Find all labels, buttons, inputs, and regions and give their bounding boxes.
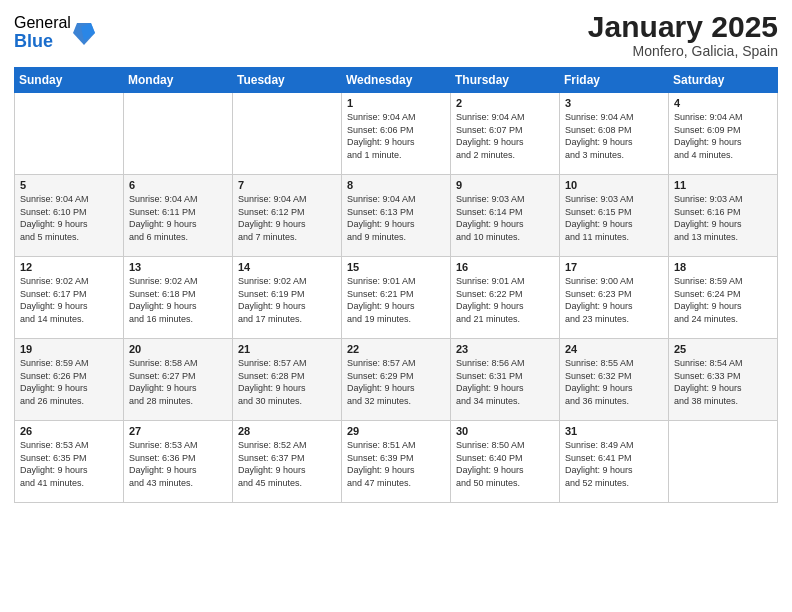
- day-number: 11: [674, 179, 773, 191]
- day-detail: Sunrise: 9:04 AMSunset: 6:13 PMDaylight:…: [347, 193, 446, 243]
- day-cell: 24Sunrise: 8:55 AMSunset: 6:32 PMDayligh…: [560, 339, 669, 421]
- day-detail: Sunrise: 9:04 AMSunset: 6:06 PMDaylight:…: [347, 111, 446, 161]
- day-number: 19: [20, 343, 119, 355]
- day-cell: 9Sunrise: 9:03 AMSunset: 6:14 PMDaylight…: [451, 175, 560, 257]
- day-detail: Sunrise: 8:56 AMSunset: 6:31 PMDaylight:…: [456, 357, 555, 407]
- title-block: January 2025 Monfero, Galicia, Spain: [588, 10, 778, 59]
- day-number: 17: [565, 261, 664, 273]
- logo-icon: [73, 19, 95, 47]
- day-detail: Sunrise: 9:02 AMSunset: 6:19 PMDaylight:…: [238, 275, 337, 325]
- day-cell: 22Sunrise: 8:57 AMSunset: 6:29 PMDayligh…: [342, 339, 451, 421]
- day-cell: 15Sunrise: 9:01 AMSunset: 6:21 PMDayligh…: [342, 257, 451, 339]
- week-row-2: 12Sunrise: 9:02 AMSunset: 6:17 PMDayligh…: [15, 257, 778, 339]
- day-detail: Sunrise: 9:04 AMSunset: 6:11 PMDaylight:…: [129, 193, 228, 243]
- day-cell: 21Sunrise: 8:57 AMSunset: 6:28 PMDayligh…: [233, 339, 342, 421]
- header: General Blue January 2025 Monfero, Galic…: [14, 10, 778, 59]
- day-detail: Sunrise: 9:02 AMSunset: 6:18 PMDaylight:…: [129, 275, 228, 325]
- day-detail: Sunrise: 9:00 AMSunset: 6:23 PMDaylight:…: [565, 275, 664, 325]
- day-number: 26: [20, 425, 119, 437]
- day-detail: Sunrise: 9:04 AMSunset: 6:10 PMDaylight:…: [20, 193, 119, 243]
- week-row-3: 19Sunrise: 8:59 AMSunset: 6:26 PMDayligh…: [15, 339, 778, 421]
- day-detail: Sunrise: 9:01 AMSunset: 6:22 PMDaylight:…: [456, 275, 555, 325]
- day-number: 16: [456, 261, 555, 273]
- day-detail: Sunrise: 9:03 AMSunset: 6:14 PMDaylight:…: [456, 193, 555, 243]
- day-number: 6: [129, 179, 228, 191]
- day-cell: 19Sunrise: 8:59 AMSunset: 6:26 PMDayligh…: [15, 339, 124, 421]
- day-cell: 4Sunrise: 9:04 AMSunset: 6:09 PMDaylight…: [669, 93, 778, 175]
- day-detail: Sunrise: 8:53 AMSunset: 6:35 PMDaylight:…: [20, 439, 119, 489]
- day-detail: Sunrise: 9:04 AMSunset: 6:07 PMDaylight:…: [456, 111, 555, 161]
- day-detail: Sunrise: 8:54 AMSunset: 6:33 PMDaylight:…: [674, 357, 773, 407]
- day-number: 21: [238, 343, 337, 355]
- main-container: General Blue January 2025 Monfero, Galic…: [0, 0, 792, 513]
- day-cell: 7Sunrise: 9:04 AMSunset: 6:12 PMDaylight…: [233, 175, 342, 257]
- day-number: 2: [456, 97, 555, 109]
- day-detail: Sunrise: 8:58 AMSunset: 6:27 PMDaylight:…: [129, 357, 228, 407]
- week-row-4: 26Sunrise: 8:53 AMSunset: 6:35 PMDayligh…: [15, 421, 778, 503]
- day-detail: Sunrise: 8:59 AMSunset: 6:26 PMDaylight:…: [20, 357, 119, 407]
- day-cell: 18Sunrise: 8:59 AMSunset: 6:24 PMDayligh…: [669, 257, 778, 339]
- day-cell: 25Sunrise: 8:54 AMSunset: 6:33 PMDayligh…: [669, 339, 778, 421]
- day-number: 20: [129, 343, 228, 355]
- day-cell: 17Sunrise: 9:00 AMSunset: 6:23 PMDayligh…: [560, 257, 669, 339]
- day-detail: Sunrise: 8:55 AMSunset: 6:32 PMDaylight:…: [565, 357, 664, 407]
- day-number: 30: [456, 425, 555, 437]
- col-saturday: Saturday: [669, 68, 778, 93]
- day-detail: Sunrise: 8:50 AMSunset: 6:40 PMDaylight:…: [456, 439, 555, 489]
- day-number: 23: [456, 343, 555, 355]
- header-row: Sunday Monday Tuesday Wednesday Thursday…: [15, 68, 778, 93]
- day-number: 5: [20, 179, 119, 191]
- day-cell: 29Sunrise: 8:51 AMSunset: 6:39 PMDayligh…: [342, 421, 451, 503]
- week-row-1: 5Sunrise: 9:04 AMSunset: 6:10 PMDaylight…: [15, 175, 778, 257]
- day-cell: 20Sunrise: 8:58 AMSunset: 6:27 PMDayligh…: [124, 339, 233, 421]
- day-detail: Sunrise: 9:04 AMSunset: 6:08 PMDaylight:…: [565, 111, 664, 161]
- day-detail: Sunrise: 8:59 AMSunset: 6:24 PMDaylight:…: [674, 275, 773, 325]
- day-number: 18: [674, 261, 773, 273]
- day-cell: 30Sunrise: 8:50 AMSunset: 6:40 PMDayligh…: [451, 421, 560, 503]
- day-number: 4: [674, 97, 773, 109]
- day-detail: Sunrise: 9:02 AMSunset: 6:17 PMDaylight:…: [20, 275, 119, 325]
- day-cell: [15, 93, 124, 175]
- day-cell: 12Sunrise: 9:02 AMSunset: 6:17 PMDayligh…: [15, 257, 124, 339]
- logo-general: General: [14, 14, 71, 32]
- day-number: 29: [347, 425, 446, 437]
- day-number: 7: [238, 179, 337, 191]
- day-cell: 1Sunrise: 9:04 AMSunset: 6:06 PMDaylight…: [342, 93, 451, 175]
- day-detail: Sunrise: 9:01 AMSunset: 6:21 PMDaylight:…: [347, 275, 446, 325]
- col-thursday: Thursday: [451, 68, 560, 93]
- col-monday: Monday: [124, 68, 233, 93]
- day-cell: 23Sunrise: 8:56 AMSunset: 6:31 PMDayligh…: [451, 339, 560, 421]
- col-sunday: Sunday: [15, 68, 124, 93]
- calendar-table: Sunday Monday Tuesday Wednesday Thursday…: [14, 67, 778, 503]
- col-friday: Friday: [560, 68, 669, 93]
- day-cell: 13Sunrise: 9:02 AMSunset: 6:18 PMDayligh…: [124, 257, 233, 339]
- day-detail: Sunrise: 8:57 AMSunset: 6:28 PMDaylight:…: [238, 357, 337, 407]
- day-detail: Sunrise: 9:04 AMSunset: 6:09 PMDaylight:…: [674, 111, 773, 161]
- day-cell: [669, 421, 778, 503]
- day-number: 1: [347, 97, 446, 109]
- logo-text: General Blue: [14, 14, 71, 51]
- day-cell: 2Sunrise: 9:04 AMSunset: 6:07 PMDaylight…: [451, 93, 560, 175]
- day-number: 8: [347, 179, 446, 191]
- day-number: 15: [347, 261, 446, 273]
- day-detail: Sunrise: 8:57 AMSunset: 6:29 PMDaylight:…: [347, 357, 446, 407]
- day-cell: 11Sunrise: 9:03 AMSunset: 6:16 PMDayligh…: [669, 175, 778, 257]
- logo-blue: Blue: [14, 32, 71, 52]
- day-number: 25: [674, 343, 773, 355]
- day-cell: 28Sunrise: 8:52 AMSunset: 6:37 PMDayligh…: [233, 421, 342, 503]
- col-tuesday: Tuesday: [233, 68, 342, 93]
- location: Monfero, Galicia, Spain: [588, 43, 778, 59]
- day-cell: 5Sunrise: 9:04 AMSunset: 6:10 PMDaylight…: [15, 175, 124, 257]
- day-number: 13: [129, 261, 228, 273]
- col-wednesday: Wednesday: [342, 68, 451, 93]
- day-number: 3: [565, 97, 664, 109]
- day-number: 24: [565, 343, 664, 355]
- day-detail: Sunrise: 9:03 AMSunset: 6:16 PMDaylight:…: [674, 193, 773, 243]
- day-number: 12: [20, 261, 119, 273]
- month-title: January 2025: [588, 10, 778, 43]
- day-number: 28: [238, 425, 337, 437]
- day-cell: 27Sunrise: 8:53 AMSunset: 6:36 PMDayligh…: [124, 421, 233, 503]
- logo: General Blue: [14, 14, 95, 51]
- day-detail: Sunrise: 8:52 AMSunset: 6:37 PMDaylight:…: [238, 439, 337, 489]
- day-cell: 3Sunrise: 9:04 AMSunset: 6:08 PMDaylight…: [560, 93, 669, 175]
